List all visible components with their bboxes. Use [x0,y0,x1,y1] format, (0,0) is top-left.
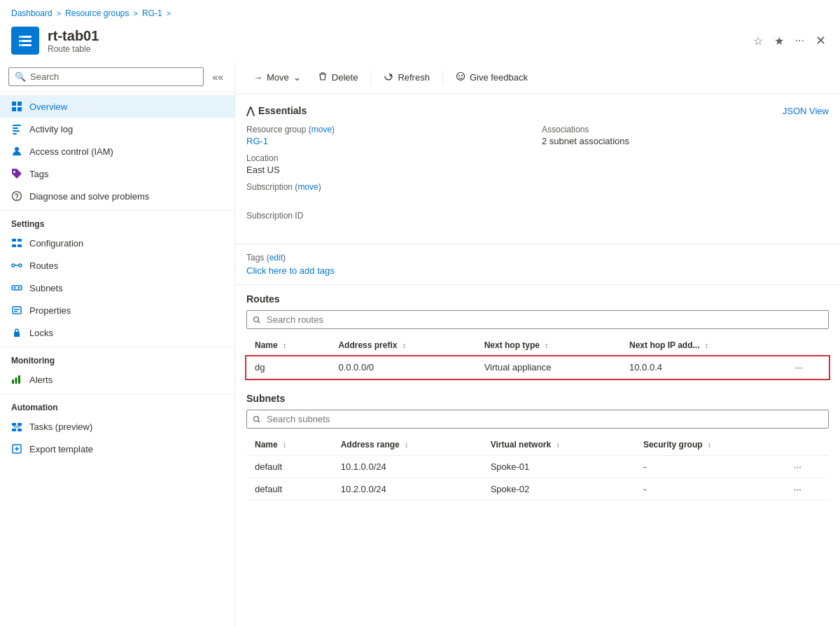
subnets-search-row [246,410,829,429]
table-row[interactable]: default 10.1.0.0/24 Spoke-01 - ··· [246,456,829,478]
subnet-security-cell: - [635,456,785,478]
resource-group-move-link[interactable]: move [312,125,332,134]
svg-point-22 [19,264,22,267]
routes-search-input[interactable] [246,310,829,329]
svg-rect-11 [13,127,18,129]
breadcrumb-sep-3: > [167,9,171,18]
sidebar-item-access-control[interactable]: Access control (IAM) [0,140,234,162]
svg-rect-7 [18,102,22,106]
subnets-col-security: Security group ↕ [635,434,785,456]
svg-rect-31 [15,377,18,384]
feedback-icon [456,71,465,83]
svg-rect-35 [12,429,16,431]
toolbar: → Move ⌄ Delete Refresh [235,62,840,94]
alerts-icon [11,374,22,385]
svg-point-21 [12,264,15,267]
subnet-actions-cell[interactable]: ··· [785,456,829,478]
sidebar-item-tags[interactable]: Tags [0,162,234,185]
sidebar-item-label-properties: Properties [29,305,71,316]
subnets-security-sort-icon[interactable]: ↕ [708,441,711,449]
route-name-cell: dg [246,356,330,379]
table-row[interactable]: dg 0.0.0.0/0 Virtual appliance 10.0.0.4 … [246,356,829,379]
svg-point-16 [16,199,18,200]
content-area: → Move ⌄ Delete Refresh [235,62,840,626]
table-row[interactable]: default 10.2.0.0/24 Spoke-02 - ··· [246,478,829,501]
sidebar-item-export[interactable]: Export template [0,438,234,460]
routes-col-name: Name ↕ [246,335,330,356]
resource-group-value[interactable]: RG-1 [246,136,533,146]
route-actions-cell[interactable]: ··· [787,356,829,379]
sidebar-item-label-activity-log: Activity log [29,124,73,134]
subnet-range-cell: 10.2.0.0/24 [332,478,482,501]
routes-icon [11,260,22,271]
tags-edit-link[interactable]: edit [270,253,283,263]
routes-name-sort-icon[interactable]: ↕ [283,342,286,349]
sidebar-item-properties[interactable]: Properties [0,299,234,321]
routes-table-header-row: Name ↕ Address prefix ↕ Next hop type ↕ [246,335,829,356]
subnet-row-actions-icon[interactable]: ··· [794,484,802,494]
delete-button[interactable]: Delete [311,67,365,88]
tags-add-link[interactable]: Click here to add tags [246,265,335,276]
essentials-grid: Resource group (move) RG-1 Location East… [246,125,829,232]
subnet-actions-cell[interactable]: ··· [785,478,829,501]
svg-point-39 [458,75,460,76]
overview-icon [11,101,22,112]
sidebar-item-routes[interactable]: Routes [0,254,234,277]
more-button[interactable]: ··· [792,32,807,50]
sidebar-item-diagnose[interactable]: Diagnose and solve problems [0,185,234,207]
sidebar-item-overview[interactable]: Overview [0,95,234,118]
subscription-move-link[interactable]: move [298,182,318,192]
search-box: 🔍 Search «« [0,62,234,92]
collapse-sidebar-button[interactable]: «« [209,69,226,85]
svg-rect-9 [18,107,22,111]
refresh-button[interactable]: Refresh [377,67,437,88]
svg-rect-29 [14,332,20,337]
svg-rect-32 [18,375,20,384]
access-control-icon [11,146,22,157]
sidebar-item-locks[interactable]: Locks [0,321,234,344]
breadcrumb-dashboard[interactable]: Dashboard [11,8,52,18]
subnets-name-sort-icon[interactable]: ↕ [283,441,286,449]
sidebar-item-subnets[interactable]: Subnets [0,277,234,299]
route-row-actions-icon[interactable]: ··· [795,362,803,373]
sidebar-item-label-routes: Routes [29,260,58,271]
activity-log-icon [11,123,22,134]
route-hop-ip-cell: 10.0.0.4 [621,356,787,379]
routes-col-actions [787,335,829,356]
svg-rect-28 [14,311,18,312]
subnets-vnet-sort-icon[interactable]: ↕ [556,441,559,449]
subnet-row-actions-icon[interactable]: ··· [794,461,802,472]
main-layout: 🔍 Search «« Overview [0,62,840,626]
json-view-link[interactable]: JSON View [783,106,829,116]
routes-hop-type-sort-icon[interactable]: ↕ [545,342,548,349]
feedback-button[interactable]: Give feedback [449,67,535,88]
subnet-vnet-cell: Spoke-01 [482,456,635,478]
subnets-search-input[interactable] [246,410,829,429]
routes-address-sort-icon[interactable]: ↕ [402,342,406,349]
sidebar-item-label-subnets: Subnets [29,283,63,293]
routes-hop-ip-sort-icon[interactable]: ↕ [705,342,708,349]
sidebar-item-activity-log[interactable]: Activity log [0,118,234,140]
sidebar-item-label-diagnose: Diagnose and solve problems [29,191,149,202]
sidebar-item-configuration[interactable]: Configuration [0,232,234,254]
subnets-section-title: Subnets [246,393,829,404]
sidebar-item-tasks[interactable]: Tasks (preview) [0,415,234,438]
routes-table: Name ↕ Address prefix ↕ Next hop type ↕ [246,335,829,379]
close-button[interactable]: ✕ [813,30,829,51]
subnets-icon [11,282,22,293]
tasks-icon [11,421,22,432]
move-button[interactable]: → Move ⌄ [246,68,308,87]
automation-section-label: Automation [0,394,234,415]
subnets-range-sort-icon[interactable]: ↕ [405,441,408,449]
favorite-button[interactable]: ☆ [750,32,766,50]
sidebar-item-label-alerts: Alerts [29,375,52,385]
search-input[interactable]: 🔍 Search [8,67,204,86]
svg-rect-30 [12,380,14,384]
share-button[interactable]: ★ [771,32,787,50]
breadcrumb-resource-groups[interactable]: Resource groups [65,8,129,18]
sidebar-item-alerts[interactable]: Alerts [0,368,234,391]
breadcrumb-rg1[interactable]: RG-1 [142,8,162,18]
svg-point-25 [18,287,20,289]
resource-title-group: rt-tab01 Route table [48,28,742,54]
svg-rect-17 [12,239,16,242]
